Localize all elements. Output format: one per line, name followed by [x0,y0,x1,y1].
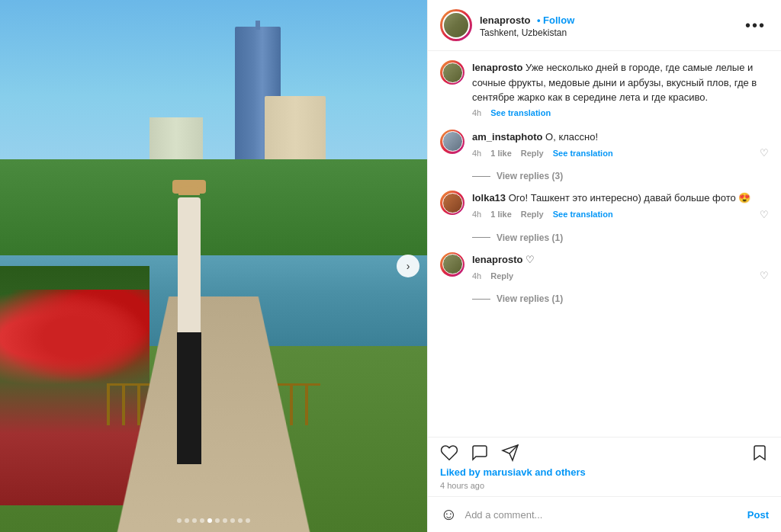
caption-body: lenaprosto Уже несколько дней в городе, … [472,60,769,117]
comment-1-meta: 4h 1 like Reply See translation ♡ [472,147,769,159]
emoji-picker-button[interactable]: ☺ [440,505,457,524]
caption-avatar-image [442,62,463,83]
comment-1-avatar[interactable] [440,130,464,154]
view-replies-line-2 [472,237,490,238]
view-replies-text-1[interactable]: View replies (3) [497,171,563,181]
comment-2-like-icon[interactable]: ♡ [760,209,769,220]
comment-1-username[interactable]: am_instaphoto [472,131,542,143]
comment-2-see-translation[interactable]: See translation [553,210,613,219]
caption-text: lenaprosto Уже несколько дней в городе, … [472,60,769,105]
post-caption: lenaprosto Уже несколько дней в городе, … [440,60,769,117]
comment-1-content: О, классно! [545,131,598,143]
dot-3 [192,518,197,523]
header-username-row: lenaprosto • Follow [480,13,742,27]
caption-meta: 4h See translation [472,108,769,117]
photo-panel: › [0,0,427,532]
post-header: lenaprosto • Follow Tashkent, Uzbekistan… [428,0,781,51]
dot-4 [200,518,204,523]
comment-3-body: lenaprosto ♡ 4h Reply ♡ [472,252,769,282]
dot-1 [177,518,182,523]
comment-1-reply[interactable]: Reply [521,149,544,158]
comment-2-meta: 4h 1 like Reply See translation ♡ [472,209,769,220]
comment-2-username[interactable]: lolka13 [472,192,506,204]
caption-see-translation[interactable]: See translation [490,108,551,117]
comment-3-reply[interactable]: Reply [490,271,513,280]
comment-2-text: lolka13 Ого! Ташкент это интересно) дава… [472,191,769,206]
caption-username[interactable]: lenaprosto [472,62,522,73]
view-replies-line-3 [472,299,490,300]
comment-1-time: 4h [472,149,481,158]
comment-2-time: 4h [472,210,481,219]
avatar-image [442,11,470,39]
share-button[interactable] [501,444,519,462]
dot-10 [246,518,250,523]
comment-1-avatar-image [442,131,463,152]
person-skirt [177,332,201,464]
actions-bar: Liked by marusiavk and others 4 hours ag… [428,437,781,496]
action-icons-row [440,444,769,462]
dot-7 [223,518,227,523]
like-button[interactable] [440,444,458,462]
comment-1-like-icon[interactable]: ♡ [760,147,769,159]
comment-3-time: 4h [472,271,481,280]
post-image [0,0,427,532]
comment-1-body: am_instaphoto О, классно! 4h 1 like Repl… [472,130,769,159]
caption-time: 4h [472,108,481,117]
header-avatar[interactable] [440,9,472,41]
add-comment-bar: ☺ Post [428,496,781,532]
comment-3-text: lenaprosto ♡ [472,252,769,268]
comment-2: lolka13 Ого! Ташкент это интересно) дава… [440,191,769,220]
follow-button[interactable]: • Follow [537,14,574,26]
comment-1: am_instaphoto О, классно! 4h 1 like Repl… [440,130,769,159]
comment-2-view-replies[interactable]: View replies (1) [472,232,769,243]
caption-avatar[interactable] [440,60,464,85]
header-location: Tashkent, Uzbekistan [480,27,742,38]
comments-area[interactable]: lenaprosto Уже несколько дней в городе, … [428,51,781,437]
dot-9 [238,518,243,523]
header-username[interactable]: lenaprosto [480,14,530,26]
likes-text: Liked by marusiavk and others [440,466,769,478]
header-info: lenaprosto • Follow Tashkent, Uzbekistan [480,13,742,38]
comment-2-content: Ого! Ташкент это интересно) давай больше… [509,192,751,204]
likes-suffix: and others [535,466,585,478]
comment-1-see-translation[interactable]: See translation [553,149,613,158]
comment-button[interactable] [471,444,489,462]
view-replies-line-1 [472,176,490,177]
comment-3-like-icon[interactable]: ♡ [760,270,769,281]
post-time: 4 hours ago [440,481,769,490]
view-replies-text-3[interactable]: View replies (1) [497,293,563,304]
person [162,186,216,479]
comment-3-avatar[interactable] [440,252,464,277]
comment-1-likes: 1 like [490,149,512,158]
comment-3-view-replies[interactable]: View replies (1) [472,293,769,304]
likes-prefix: Liked by [440,466,480,478]
dot-6 [215,518,220,523]
comment-2-body: lolka13 Ого! Ташкент это интересно) дава… [472,191,769,220]
comment-input[interactable] [464,509,739,521]
comment-2-reply[interactable]: Reply [521,210,544,219]
person-head [178,186,200,195]
right-panel: lenaprosto • Follow Tashkent, Uzbekistan… [427,0,781,532]
next-photo-button[interactable]: › [397,255,419,277]
photo-dots [177,518,250,523]
comment-3-content: ♡ [525,254,535,265]
comment-2-avatar[interactable] [440,191,464,215]
view-replies-text-2[interactable]: View replies (1) [497,232,563,243]
comment-2-likes: 1 like [490,210,512,219]
avatar-gradient-ring [440,9,472,41]
likes-user[interactable]: marusiavk [483,466,532,478]
comment-3-avatar-image [442,254,463,274]
post-comment-button[interactable]: Post [747,509,769,521]
comment-3: lenaprosto ♡ 4h Reply ♡ [440,252,769,282]
bookmark-button[interactable] [750,444,769,462]
comment-3-username[interactable]: lenaprosto [472,254,522,265]
dot-5 [207,518,212,523]
dot-8 [230,518,235,523]
comment-2-avatar-image [442,193,463,213]
comment-1-view-replies[interactable]: View replies (3) [472,171,769,181]
comment-1-text: am_instaphoto О, классно! [472,130,769,145]
dot-2 [185,518,189,523]
comment-3-meta: 4h Reply ♡ [472,270,769,281]
more-options-button[interactable]: ••• [742,14,769,37]
